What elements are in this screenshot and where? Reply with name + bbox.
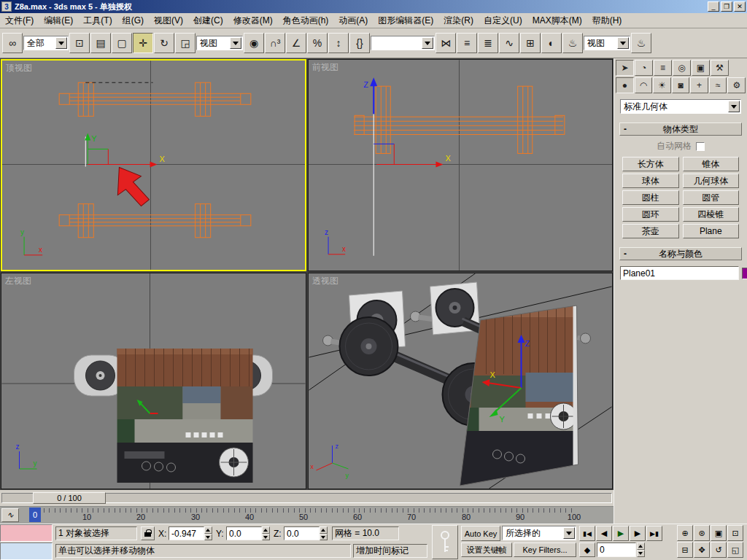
current-frame-marker[interactable]: 0 xyxy=(29,508,41,522)
select-and-scale-button[interactable]: ◲ xyxy=(175,33,196,53)
spinner-snap-button[interactable]: ↕ xyxy=(328,33,349,53)
add-time-tag[interactable]: 增加时间标记 xyxy=(353,544,427,558)
frame-spinner[interactable] xyxy=(637,542,645,557)
timeline-ruler[interactable]: ∿ 0 10 20 30 40 50 60 70 80 90 100 0 xyxy=(0,506,614,524)
dropdown-arrow-icon[interactable] xyxy=(563,527,575,539)
category-helpers[interactable]: + xyxy=(690,77,708,93)
set-key-mode-button[interactable]: 设置关键帧 xyxy=(461,542,512,557)
z-coord-field[interactable] xyxy=(284,526,320,540)
geosphere-button[interactable]: 几何球体 xyxy=(683,174,740,188)
viewport-front[interactable]: Z X z x 前视图 xyxy=(308,59,613,271)
close-button[interactable]: ✕ xyxy=(734,1,746,12)
select-and-move-button[interactable]: ✛ xyxy=(133,33,153,53)
category-spacewarps[interactable]: ≈ xyxy=(709,77,727,93)
plane-button[interactable]: Plane xyxy=(683,224,740,238)
zoom-extents-all-button[interactable]: ⊡ xyxy=(727,525,743,541)
viewport-top[interactable]: X Y y x 顶视图 xyxy=(1,59,306,271)
y-coord-field[interactable] xyxy=(226,526,262,540)
next-frame-button[interactable]: ▶ xyxy=(630,526,646,541)
select-and-link-button[interactable]: ∞ xyxy=(2,33,23,53)
snap-3d-button[interactable]: ∩³ xyxy=(265,33,285,53)
dropdown-arrow-icon[interactable] xyxy=(728,101,740,112)
tab-hierarchy[interactable]: ≡ xyxy=(654,60,672,76)
category-systems[interactable]: ⚙ xyxy=(727,77,746,93)
torus-button[interactable]: 圆环 xyxy=(622,207,679,222)
menu-help[interactable]: 帮助(H) xyxy=(587,13,627,28)
teapot-button[interactable]: 茶壶 xyxy=(622,224,679,238)
dropdown-arrow-icon[interactable] xyxy=(55,37,67,49)
autogrid-checkbox[interactable] xyxy=(696,142,705,151)
x-coord-spinner[interactable] xyxy=(204,526,212,540)
select-object-button[interactable]: ⊡ xyxy=(69,33,90,53)
menu-character[interactable]: 角色动画(h) xyxy=(278,13,334,28)
dropdown-arrow-icon[interactable] xyxy=(230,37,241,49)
viewport-perspective[interactable]: X Z Y z x y 透视图 xyxy=(308,273,613,489)
cone-button[interactable]: 锥体 xyxy=(683,157,740,171)
auto-key-button[interactable]: Auto Key xyxy=(461,526,500,541)
macro-recorder-panel[interactable] xyxy=(0,524,53,542)
menu-rendering[interactable]: 渲染(R) xyxy=(438,13,479,28)
coord-system-dropdown[interactable]: 视图 xyxy=(196,36,243,50)
zoom-extents-button[interactable]: ▣ xyxy=(711,525,727,541)
material-editor-button[interactable]: ◐ xyxy=(541,33,562,53)
tab-display[interactable]: ▣ xyxy=(692,60,710,76)
rollout-name-color[interactable]: - 名称与颜色 xyxy=(619,247,742,260)
menu-create[interactable]: 创建(C) xyxy=(188,13,228,28)
move-gizmo[interactable]: Z X xyxy=(363,77,451,167)
render-type-dropdown[interactable]: 视图 xyxy=(584,36,630,50)
category-geometry[interactable]: ● xyxy=(616,77,634,93)
primitive-category-dropdown[interactable]: 标准几何体 xyxy=(620,99,741,114)
region-zoom-button[interactable]: ⊟ xyxy=(677,542,693,558)
maximize-button[interactable]: ❐ xyxy=(721,1,732,12)
selection-lock-toggle[interactable] xyxy=(141,526,155,540)
go-to-start-button[interactable]: ▮◀ xyxy=(579,526,595,541)
tube-button[interactable]: 圆管 xyxy=(683,190,740,205)
category-cameras[interactable]: ◙ xyxy=(672,77,690,93)
angle-snap-button[interactable]: ∠ xyxy=(286,33,306,53)
viewport-left[interactable]: z y 左视图 xyxy=(1,273,306,489)
menu-tools[interactable]: 工具(T) xyxy=(78,13,117,28)
rollout-object-type[interactable]: - 物体类型 xyxy=(619,122,742,136)
key-selection-dropdown[interactable]: 所选择的 xyxy=(502,526,576,540)
render-scene-button[interactable]: ♨ xyxy=(562,33,583,53)
min-max-toggle-button[interactable]: ◱ xyxy=(727,542,743,558)
open-mini-curve-editor-button[interactable]: ∿ xyxy=(1,508,19,522)
category-lights[interactable]: ☀ xyxy=(653,77,671,93)
menu-graph-editors[interactable]: 图形编辑器(E) xyxy=(373,13,438,28)
cylinder-button[interactable]: 圆柱 xyxy=(622,190,679,205)
minimize-button[interactable]: _ xyxy=(708,1,719,12)
select-by-name-button[interactable]: ▤ xyxy=(90,33,111,53)
tab-utilities[interactable]: ⚒ xyxy=(711,60,729,76)
menu-file[interactable]: 文件(F) xyxy=(0,13,39,28)
curve-editor-button[interactable]: ∿ xyxy=(499,33,519,53)
set-keys-button[interactable] xyxy=(432,525,458,559)
menu-group[interactable]: 组(G) xyxy=(117,13,149,28)
menu-edit[interactable]: 编辑(E) xyxy=(39,13,78,28)
named-selection-sets-button[interactable]: {} xyxy=(349,33,370,53)
named-selection-dropdown[interactable] xyxy=(371,36,435,50)
box-button[interactable]: 长方体 xyxy=(622,157,679,171)
time-slider-handle[interactable]: 0 / 100 xyxy=(33,492,106,504)
y-coord-spinner[interactable] xyxy=(262,526,270,540)
go-to-end-button[interactable]: ▶▮ xyxy=(646,526,662,541)
pan-button[interactable]: ✥ xyxy=(694,542,710,558)
category-shapes[interactable]: ◠ xyxy=(635,77,653,93)
align-button[interactable]: ≡ xyxy=(457,33,477,53)
tab-modify[interactable]: ◔ xyxy=(635,60,653,76)
maxscript-listener-panel[interactable] xyxy=(0,542,53,560)
dropdown-arrow-icon[interactable] xyxy=(422,37,433,49)
object-color-swatch[interactable] xyxy=(742,268,747,279)
layer-manager-button[interactable]: ≣ xyxy=(478,33,498,53)
mirror-button[interactable]: ⋈ xyxy=(436,33,456,53)
percent-snap-button[interactable]: % xyxy=(307,33,328,53)
menu-customize[interactable]: 自定义(U) xyxy=(479,13,527,28)
menu-animation[interactable]: 动画(A) xyxy=(333,13,373,28)
key-filters-button[interactable]: Key Filters... xyxy=(514,542,576,557)
app-icon[interactable]: 3 xyxy=(1,1,12,12)
schematic-view-button[interactable]: ⊞ xyxy=(520,33,541,53)
move-gizmo[interactable]: X Y xyxy=(85,133,165,167)
x-coord-field[interactable] xyxy=(169,526,204,540)
quick-render-button[interactable]: ♨ xyxy=(631,33,651,53)
selection-region-button[interactable]: ▢ xyxy=(112,33,132,53)
tab-motion[interactable]: ◎ xyxy=(673,60,691,76)
